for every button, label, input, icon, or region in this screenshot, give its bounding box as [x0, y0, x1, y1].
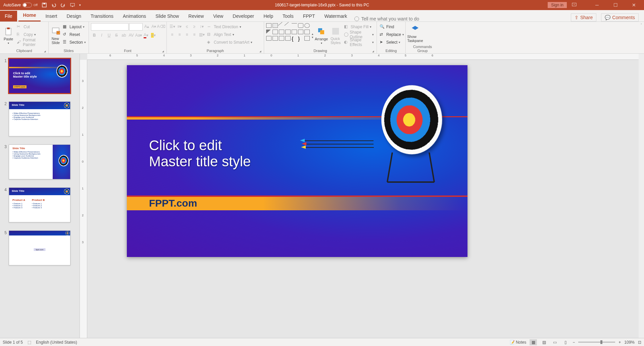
font-group-label[interactable]: Font: [91, 48, 164, 53]
tab-developer[interactable]: Developer: [228, 11, 259, 21]
zoom-level[interactable]: 109%: [624, 340, 635, 345]
align-center-button[interactable]: ≡: [176, 31, 183, 38]
slide-thumbnail-5[interactable]: fppt.com: [9, 230, 70, 265]
show-taskpane-button[interactable]: Show Taskpane: [408, 23, 423, 44]
tell-me-search[interactable]: Tell me what you want to do: [354, 16, 419, 21]
align-right-button[interactable]: ≡: [184, 31, 190, 38]
slide-thumbnail-3[interactable]: Slide Title Make Effective Presentations…: [9, 144, 70, 179]
arrange-button[interactable]: Arrange▾: [315, 23, 328, 48]
shape-fill-button[interactable]: ◧Shape Fill: [343, 23, 375, 31]
share-button[interactable]: ⇪Share: [571, 13, 596, 21]
tab-fppt[interactable]: FPPT: [298, 11, 320, 21]
ruler-vertical[interactable]: 3 2 1 0 1 2 3: [80, 60, 87, 338]
save-icon[interactable]: [42, 2, 47, 8]
fit-to-window-icon[interactable]: ⊡: [638, 340, 641, 345]
normal-view-icon[interactable]: ▦: [530, 339, 537, 345]
clear-formatting-icon[interactable]: A⌫: [158, 23, 164, 30]
copy-button[interactable]: ⎘Copy: [16, 31, 46, 38]
minimize-icon[interactable]: ─: [590, 2, 604, 8]
zoom-out-button[interactable]: −: [573, 340, 575, 345]
collapse-ribbon-icon[interactable]: ˆ: [639, 22, 644, 53]
clipboard-group-label[interactable]: Clipboard: [2, 48, 46, 53]
font-size-input[interactable]: [129, 23, 143, 31]
tab-file[interactable]: File: [0, 11, 17, 21]
tab-tools[interactable]: Tools: [278, 11, 298, 21]
shapes-more-icon[interactable]: ▴▾: [312, 23, 313, 48]
ribbon-options-icon[interactable]: [572, 3, 585, 7]
italic-button[interactable]: I: [98, 32, 105, 39]
replace-button[interactable]: ⇄Replace: [379, 31, 405, 38]
signin-button[interactable]: Sign in: [548, 2, 567, 8]
slide-title-placeholder[interactable]: Click to edit Master title style: [149, 137, 251, 170]
tab-watermark[interactable]: Watermark: [319, 11, 352, 21]
char-spacing-button[interactable]: AV: [128, 32, 135, 39]
slideshow-view-icon[interactable]: ▯: [562, 339, 569, 345]
drawing-group-label[interactable]: Drawing: [266, 48, 375, 53]
decrease-font-icon[interactable]: A▾: [151, 23, 157, 30]
tab-slideshow[interactable]: Slide Show: [151, 11, 184, 21]
increase-indent-button[interactable]: ≥: [191, 23, 198, 30]
scrollbar-vertical[interactable]: [639, 54, 644, 338]
tab-view[interactable]: View: [208, 11, 228, 21]
layout-button[interactable]: ▦Layout: [62, 23, 87, 31]
close-icon[interactable]: ✕: [627, 2, 641, 8]
font-color-button[interactable]: A▾: [143, 32, 149, 39]
decrease-indent-button[interactable]: ≤: [184, 23, 190, 30]
bullets-button[interactable]: ☰▾: [169, 23, 176, 30]
slide-thumbnail-1[interactable]: Click to edit Master title style FPPT.co…: [9, 58, 70, 93]
notes-button[interactable]: 📝 Notes: [510, 340, 527, 345]
cut-button[interactable]: ✂Cut: [16, 23, 46, 31]
sorter-view-icon[interactable]: ▤: [540, 339, 548, 345]
comments-button[interactable]: 💬Comments: [601, 13, 639, 21]
slide-count[interactable]: Slide 1 of 5: [3, 340, 23, 345]
quick-styles-button[interactable]: Quick Styles: [329, 23, 342, 48]
change-case-button[interactable]: Aa▾: [135, 32, 142, 39]
paste-button[interactable]: Paste ▾: [2, 23, 15, 48]
convert-smartart-button[interactable]: ◈Convert to SmartArt: [206, 39, 253, 46]
slide-thumbnail-4[interactable]: Slide Title Product A Feature 1 Feature …: [9, 187, 70, 222]
tab-transitions[interactable]: Transitions: [86, 11, 118, 21]
justify-button[interactable]: ≡: [191, 31, 198, 38]
shape-effects-button[interactable]: ◐Shape Effects: [343, 39, 375, 46]
qat-customize-icon[interactable]: ▾: [79, 3, 81, 7]
accessibility-icon[interactable]: ⬚: [28, 340, 31, 345]
format-painter-button[interactable]: 🖌Format Painter: [16, 39, 46, 46]
shadow-button[interactable]: ab: [120, 32, 127, 39]
slideshow-start-icon[interactable]: [70, 2, 75, 8]
increase-font-icon[interactable]: A▴: [143, 23, 150, 30]
tab-help[interactable]: Help: [259, 11, 278, 21]
ruler-horizontal[interactable]: 6 5 4 3 2 1 0 1 2 3 4 5 6: [87, 54, 639, 60]
underline-button[interactable]: U: [106, 32, 112, 39]
shape-outline-button[interactable]: ◯Shape Outline: [343, 31, 375, 38]
tab-design[interactable]: Design: [62, 11, 86, 21]
numbering-button[interactable]: ≡▾: [176, 23, 183, 30]
redo-icon[interactable]: [60, 2, 66, 8]
reading-view-icon[interactable]: ▭: [551, 339, 558, 345]
paragraph-group-label[interactable]: Paragraph: [169, 48, 262, 53]
maximize-icon[interactable]: ☐: [609, 2, 622, 8]
language-indicator[interactable]: English (United States): [36, 340, 77, 345]
text-direction-button[interactable]: ↔Text Direction: [206, 23, 253, 31]
bold-button[interactable]: B: [91, 32, 98, 39]
tab-review[interactable]: Review: [184, 11, 208, 21]
zoom-slider[interactable]: [578, 342, 615, 343]
shapes-gallery[interactable]: {}: [266, 23, 310, 48]
autosave-toggle[interactable]: AutoSave Off: [3, 3, 38, 7]
align-text-button[interactable]: ⊟Align Text: [206, 31, 253, 38]
thumbnails-panel[interactable]: 1 Click to edit Master title style FPPT.…: [0, 54, 80, 338]
reset-button[interactable]: ↺Reset: [62, 31, 87, 38]
line-spacing-button[interactable]: ↕▾: [198, 23, 205, 30]
section-button[interactable]: ☰Section: [62, 39, 87, 46]
tab-animations[interactable]: Animations: [118, 11, 151, 21]
align-left-button[interactable]: ≡: [169, 31, 176, 38]
slide-thumbnail-2[interactable]: Slide Title Make Effective Presentations…: [9, 101, 70, 136]
font-name-input[interactable]: [91, 23, 129, 31]
columns-button[interactable]: ▥▾: [198, 31, 205, 38]
tab-home[interactable]: Home: [18, 10, 41, 21]
select-button[interactable]: ➤Select: [379, 39, 405, 46]
find-button[interactable]: 🔍Find: [379, 23, 405, 31]
strikethrough-button[interactable]: S: [113, 32, 120, 39]
tab-insert[interactable]: Insert: [41, 11, 62, 21]
slide-canvas[interactable]: Click to edit Master title style FPPT.co…: [127, 65, 467, 257]
undo-icon[interactable]: [51, 2, 56, 8]
